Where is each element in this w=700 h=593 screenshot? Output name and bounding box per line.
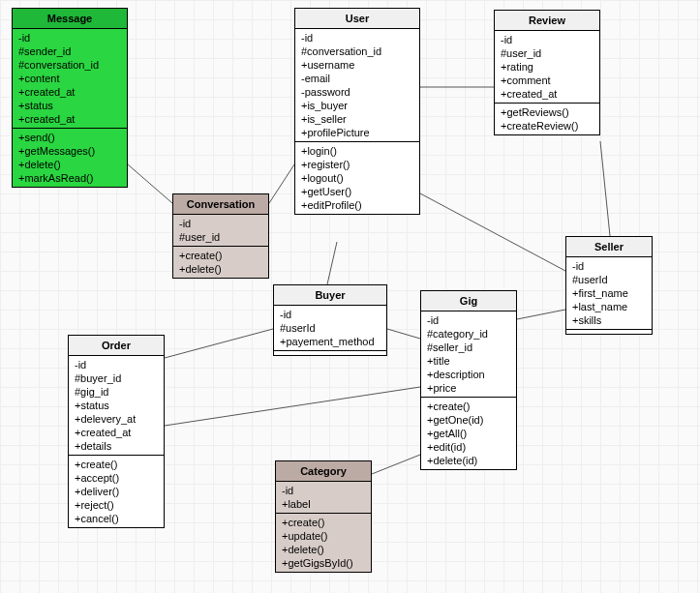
class-attributes: -id #user_id +rating +comment +created_a… (495, 31, 599, 104)
svg-line-3 (327, 242, 337, 284)
class-gig[interactable]: Gig -id #category_id #seller_id +title +… (420, 290, 517, 470)
svg-line-6 (600, 141, 610, 236)
class-review[interactable]: Review -id #user_id +rating +comment +cr… (494, 10, 600, 135)
class-methods (566, 330, 652, 334)
svg-line-8 (387, 329, 420, 339)
class-methods: +create() +update() +delete() +getGigsBy… (276, 514, 371, 572)
class-title: Review (495, 11, 599, 31)
class-attributes: -id #user_id (173, 215, 268, 247)
svg-line-5 (517, 310, 565, 319)
svg-line-10 (372, 455, 420, 474)
class-order[interactable]: Order -id #buyer_id #gig_id +status +del… (68, 335, 165, 528)
class-methods (274, 351, 386, 355)
class-title: Conversation (173, 194, 268, 215)
class-methods: +login() +register() +logout() +getUser(… (295, 142, 419, 214)
class-message[interactable]: Message -id #sender_id #conversation_id … (12, 8, 128, 188)
class-title: Seller (566, 237, 652, 257)
class-buyer[interactable]: Buyer -id #userId +payement_method (273, 284, 387, 356)
class-seller[interactable]: Seller -id #userId +first_name +last_nam… (565, 236, 653, 335)
svg-line-7 (165, 329, 273, 358)
class-methods: +create() +delete() (173, 247, 268, 278)
class-attributes: -id +label (276, 482, 371, 514)
class-methods: +send() +getMessages() +delete() +markAs… (13, 129, 127, 187)
svg-line-1 (269, 164, 294, 203)
class-title: Category (276, 461, 371, 482)
class-methods: +create() +getOne(id) +getAll() +edit(id… (421, 398, 516, 469)
class-title: Gig (421, 291, 516, 311)
class-attributes: -id #userId +first_name +last_name +skil… (566, 257, 652, 330)
class-attributes: -id #conversation_id +username -email -p… (295, 29, 419, 142)
svg-line-9 (165, 387, 420, 426)
class-title: Order (69, 336, 164, 356)
class-title: Message (13, 9, 127, 29)
class-category[interactable]: Category -id +label +create() +update() … (275, 460, 372, 573)
class-methods: +create() +accept() +deliver() +reject()… (69, 456, 164, 527)
class-title: User (295, 9, 419, 29)
class-conversation[interactable]: Conversation -id #user_id +create() +del… (172, 193, 269, 279)
class-title: Buyer (274, 285, 386, 306)
class-methods: +getReviews() +createReview() (495, 104, 599, 134)
class-attributes: -id #buyer_id #gig_id +status +delevery_… (69, 356, 164, 456)
class-attributes: -id #userId +payement_method (274, 306, 386, 351)
class-attributes: -id #sender_id #conversation_id +content… (13, 29, 127, 129)
class-user[interactable]: User -id #conversation_id +username -ema… (294, 8, 420, 215)
svg-line-0 (128, 164, 172, 203)
class-attributes: -id #category_id #seller_id +title +desc… (421, 311, 516, 398)
svg-line-4 (420, 193, 565, 271)
